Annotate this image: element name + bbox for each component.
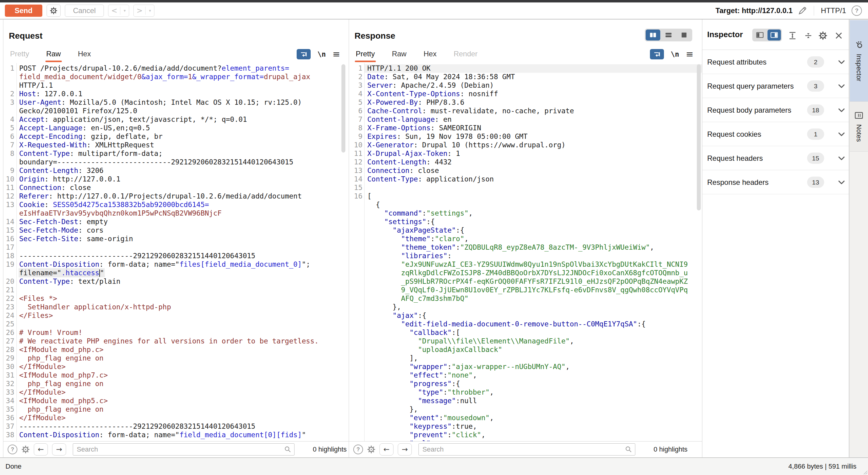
tab-raw[interactable]: Raw xyxy=(392,45,407,63)
send-button[interactable]: Send xyxy=(5,5,42,17)
code-line[interactable]: 10X-Generator: Drupal 10 (https://www.dr… xyxy=(349,141,702,150)
code-line[interactable]: 14Sec-Fetch-Dest: empty xyxy=(3,218,349,226)
inspector-close-button[interactable] xyxy=(833,30,844,41)
code-line[interactable]: 10Origin: http://127.0.0.1 xyxy=(3,175,349,184)
response-editor[interactable]: 1HTTP/1.1 200 OK2Date: Sat, 04 May 2024 … xyxy=(349,63,702,441)
search-prev-button[interactable]: ← xyxy=(379,443,394,455)
code-line[interactable]: 29 php_flag engine on xyxy=(3,354,349,362)
code-line[interactable]: 14Content-Type: application/json xyxy=(349,175,702,184)
code-line[interactable]: AFQ_c7md3shm7bQ" xyxy=(349,294,702,303)
code-line[interactable]: boundary=---------------------------2921… xyxy=(3,158,349,166)
prev-request-split-button[interactable]: < ▼ xyxy=(108,5,129,17)
code-line[interactable]: filename=".htaccess" xyxy=(3,269,349,277)
code-line[interactable]: 8Content-Type: multipart/form-data; xyxy=(3,150,349,158)
strip-tab-notes[interactable]: Notes xyxy=(850,102,868,152)
code-line[interactable]: "ajax":{ xyxy=(349,312,702,320)
layout-single-button[interactable] xyxy=(677,30,691,40)
tab-render[interactable]: Render xyxy=(454,45,477,63)
code-line[interactable]: 11X-Drupal-Ajax-Token: 1 xyxy=(349,150,702,158)
code-line[interactable]: "theme":"claro", xyxy=(349,235,702,243)
inspector-section-row[interactable]: Request body parameters18 xyxy=(702,98,849,122)
layout-rows-button[interactable] xyxy=(661,30,676,40)
code-line[interactable]: 16[ xyxy=(349,192,702,201)
strip-tab-inspector[interactable]: Inspector xyxy=(850,20,868,102)
code-line[interactable]: "wrapper":"ajax-wrapper--nUGbUMnY-AQ", xyxy=(349,362,702,371)
cancel-button[interactable]: Cancel xyxy=(65,5,104,17)
code-line[interactable]: 5X-Powered-By: PHP/8.3.6 xyxy=(349,98,702,107)
search-input[interactable] xyxy=(73,443,294,455)
caret-down-icon[interactable]: ▼ xyxy=(146,5,154,17)
code-line[interactable]: 33</IfModule> xyxy=(3,388,349,397)
code-line[interactable]: "uploadAjaxCallback" xyxy=(349,346,702,354)
code-line[interactable]: "event":"mousedown", xyxy=(349,414,702,422)
search-next-button[interactable]: → xyxy=(398,443,412,455)
code-line[interactable]: 18---------------------------29212920602… xyxy=(3,252,349,260)
code-line[interactable]: "effect":"none", xyxy=(349,371,702,380)
search-help-icon[interactable]: ? xyxy=(8,445,18,454)
code-line[interactable]: "type":"throbber", xyxy=(349,388,702,397)
search-next-button[interactable]: → xyxy=(52,443,66,455)
editor-menu-icon[interactable]: ≡ xyxy=(686,50,693,59)
response-scrollbar[interactable] xyxy=(697,64,701,211)
prev-arrow-icon[interactable]: < xyxy=(108,5,120,17)
code-line[interactable]: { xyxy=(349,201,702,209)
code-line[interactable]: "command":"settings", xyxy=(349,209,702,218)
tab-hex[interactable]: Hex xyxy=(78,45,91,63)
tab-pretty[interactable]: Pretty xyxy=(10,45,29,63)
editor-menu-icon[interactable]: ≡ xyxy=(333,50,340,59)
collapse-all-button[interactable] xyxy=(803,30,814,41)
code-line[interactable]: 37---------------------------29212920602… xyxy=(3,422,349,431)
search-settings-gear-icon[interactable] xyxy=(22,445,30,453)
word-wrap-toggle[interactable] xyxy=(650,49,664,59)
code-line[interactable]: "ajaxPageState":{ xyxy=(349,226,702,235)
caret-down-icon[interactable]: ▼ xyxy=(120,5,129,17)
show-newlines-toggle[interactable]: \n xyxy=(671,50,679,58)
code-line[interactable]: "keypress":true, xyxy=(349,422,702,431)
code-line[interactable]: Gecko/20100101 Firefox/125.0 xyxy=(3,107,349,116)
dock-right-button[interactable] xyxy=(768,30,781,40)
show-newlines-toggle[interactable]: \n xyxy=(317,50,326,58)
inspector-section-row[interactable]: Response headers13 xyxy=(702,170,849,194)
inspector-settings-button[interactable] xyxy=(817,30,828,41)
code-line[interactable]: }, xyxy=(349,303,702,312)
search-settings-gear-icon[interactable] xyxy=(367,445,375,453)
code-line[interactable]: 38Content-Disposition: form-data; name="… xyxy=(3,431,349,439)
tab-pretty[interactable]: Pretty xyxy=(356,45,375,63)
code-line[interactable]: 3Server: Apache/2.4.59 (Debian) xyxy=(349,81,702,90)
next-arrow-icon[interactable]: > xyxy=(134,5,145,17)
word-wrap-toggle[interactable] xyxy=(297,49,311,59)
code-line[interactable]: 4X-Content-Type-Options: nosniff xyxy=(349,90,702,98)
dock-left-button[interactable] xyxy=(753,30,767,40)
edit-target-button[interactable] xyxy=(798,6,807,15)
code-line[interactable]: 9_VQqLf0-JjUEwn8U1ov0EY_rZPBLJ1Yc7KLFsfq… xyxy=(349,286,702,294)
send-settings-button[interactable] xyxy=(46,5,61,17)
code-line[interactable]: 27# We reactivate PHP engines for all ve… xyxy=(3,337,349,346)
code-line[interactable]: 34<IfModule mod_php5.c> xyxy=(3,397,349,405)
code-line[interactable]: _pS9HLbR7ROcrPX4f-eqKGrOQ00FAFYFsR7IFZL9… xyxy=(349,277,702,286)
code-line[interactable]: 11Connection: close xyxy=(3,184,349,192)
search-prev-button[interactable]: ← xyxy=(34,443,48,455)
code-line[interactable]: "message":null xyxy=(349,397,702,405)
code-line[interactable]: 26# Vroum! Vroum! xyxy=(3,328,349,337)
code-line[interactable]: 35 php_flag engine on xyxy=(3,405,349,414)
help-icon[interactable]: ? xyxy=(851,5,862,16)
inspector-section-row[interactable]: Request headers15 xyxy=(702,146,849,170)
tab-hex[interactable]: Hex xyxy=(424,45,437,63)
code-line[interactable]: zqRlkgDdlcFWZoISJP8-ZM40dBBQoOrbX7DYsLJ2… xyxy=(349,269,702,277)
code-line[interactable]: 23 SetHandler application/x-httpd-php xyxy=(3,303,349,312)
code-line[interactable]: 9Content-Length: 3206 xyxy=(3,166,349,175)
code-line[interactable]: 8X-Frame-Options: SAMEORIGIN xyxy=(349,124,702,132)
layout-columns-button[interactable] xyxy=(646,30,660,40)
code-line[interactable]: 6Accept-Encoding: gzip, deflate, br xyxy=(3,132,349,141)
code-line[interactable]: ], xyxy=(349,354,702,362)
code-line[interactable]: "theme_token":"ZQDBULqR8_eypZ8eA78_8azcT… xyxy=(349,243,702,252)
code-line[interactable]: 20Content-Type: text/plain xyxy=(3,277,349,286)
code-line[interactable]: 15 xyxy=(349,184,702,192)
code-line[interactable]: 22<Files *> xyxy=(3,294,349,303)
next-request-split-button[interactable]: > ▼ xyxy=(133,5,154,17)
code-line[interactable]: 21 xyxy=(3,286,349,294)
code-line[interactable]: 24</Files> xyxy=(3,312,349,320)
code-line[interactable]: 32 php_flag engine on xyxy=(3,380,349,388)
code-line[interactable]: "eJx9UNFuwzAI_CE3-YZ9SUUIWdmw8Qyu1n19nSp… xyxy=(349,260,702,269)
code-line[interactable]: 31<IfModule mod_php7.c> xyxy=(3,371,349,380)
